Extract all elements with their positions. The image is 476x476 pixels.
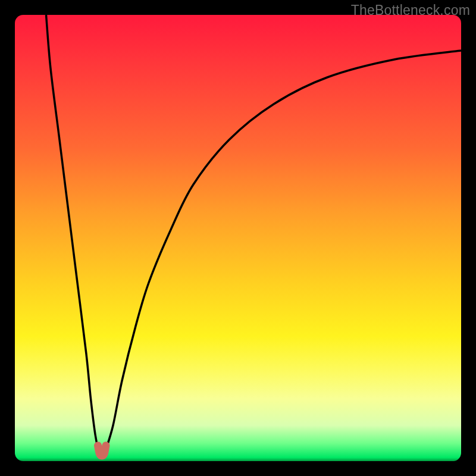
heat-gradient-background — [15, 15, 461, 461]
watermark-text: TheBottleneck.com — [351, 2, 470, 18]
figure-frame: TheBottleneck.com — [0, 0, 476, 476]
plot-area — [15, 15, 461, 461]
